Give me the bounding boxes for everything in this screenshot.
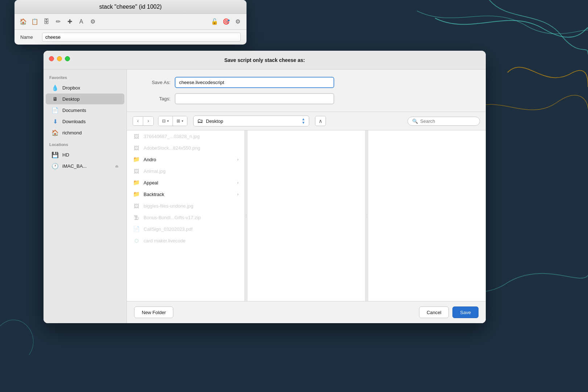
maximize-button[interactable]: [65, 56, 70, 61]
file-name: Appeal: [144, 180, 233, 185]
columns-view-button[interactable]: ⊟ ▾: [158, 116, 173, 126]
grid-dropdown-icon: ▾: [182, 119, 183, 123]
folder-icon: 📁: [133, 179, 140, 186]
file-name: Backtrack: [144, 192, 233, 197]
search-input[interactable]: [420, 118, 481, 124]
image-file-icon: 🖼: [133, 167, 140, 175]
tags-label: Tags:: [141, 96, 170, 101]
list-item[interactable]: 🗜 Bonus-Bundl...Gifts-v17.zip: [127, 212, 244, 223]
file-name: Bonus-Bundl...Gifts-v17.zip: [144, 215, 239, 220]
save-as-input[interactable]: [175, 77, 334, 88]
column-divider-2[interactable]: ⋮: [365, 130, 368, 301]
search-icon: 🔍: [412, 118, 418, 124]
nav-buttons: ‹ ›: [133, 116, 154, 126]
sidebar-item-desktop[interactable]: 🖥 Desktop: [46, 93, 124, 104]
dropbox-icon: 💧: [51, 84, 59, 91]
action-buttons: Cancel Save: [419, 306, 479, 318]
cancel-button[interactable]: Cancel: [419, 306, 449, 318]
locations-label: Locations: [44, 142, 127, 149]
settings2-icon: ⚙: [233, 17, 242, 26]
sidebar-item-hd-label: HD: [62, 152, 69, 158]
tags-row: Tags:: [141, 93, 471, 104]
name-row: Name cheese: [15, 30, 247, 45]
chevron-right-icon: ›: [237, 192, 239, 196]
livecode-file-icon: ⬡: [133, 237, 140, 244]
save-dialog: Save script only stack cheese as: Favori…: [44, 51, 486, 323]
folder-icon: 📁: [133, 191, 140, 198]
sidebar-item-hd[interactable]: 💾 HD: [46, 149, 124, 160]
file-list-container: 🖼 376640687_...03828_n.jpg 🖼 AdobeStock.…: [127, 130, 486, 301]
gear-icon: ⚙: [88, 17, 97, 26]
sidebar-item-documents-label: Documents: [62, 108, 86, 113]
desktop-icon: 🖥: [51, 95, 59, 103]
pencil-icon: ✏: [54, 17, 62, 26]
sidebar-item-dropbox[interactable]: 💧 Dropbox: [46, 82, 124, 93]
sidebar: Favorites 💧 Dropbox 🖥 Desktop 📄 Document…: [44, 70, 127, 323]
file-name: AdobeStock...824x550.png: [144, 145, 239, 151]
list-item[interactable]: 🖼 AdobeStock...824x550.png: [127, 142, 244, 154]
column-divider[interactable]: ⋮: [245, 130, 248, 301]
background-window: stack "cheese" (id 1002) 🏠 📋 🗄 ✏ ✚ A ⚙ 🔓…: [15, 0, 247, 45]
search-box: 🔍: [407, 117, 480, 126]
location-picker[interactable]: 🗂 Desktop ▲ ▼: [193, 116, 309, 126]
favorites-label: Favorites: [44, 75, 127, 82]
list-item[interactable]: 📁 Backtrack ›: [127, 188, 244, 200]
file-name: Animal.jpg: [144, 168, 239, 174]
zip-file-icon: 🗜: [133, 214, 140, 221]
sidebar-item-imac[interactable]: 🕐 iMAC_BA... ⏏: [46, 160, 124, 171]
chevron-right-icon: ›: [237, 157, 239, 162]
folder-icon: 📁: [133, 156, 140, 163]
file-name: card maker.livecode: [144, 238, 239, 243]
new-folder-button[interactable]: New Folder: [134, 306, 173, 318]
pdf-file-icon: 📄: [133, 225, 140, 233]
file-name: Andro: [144, 157, 233, 162]
save-as-label: Save As:: [141, 80, 170, 85]
bg-window-title: stack "cheese" (id 1002): [99, 4, 162, 10]
main-panel: Save As: Tags: ‹ › ⊟ ▾: [127, 70, 486, 323]
sidebar-item-richmond-label: richmond: [62, 130, 82, 135]
view-mode-buttons: ⊟ ▾ ⊞ ▾: [158, 116, 187, 126]
backup-icon: 🕐: [51, 162, 59, 170]
list-item[interactable]: ⬡ card maker.livecode: [127, 235, 244, 246]
copy-icon: 📋: [30, 17, 39, 26]
list-item[interactable]: 🖼 biggles-flies-undone.jpg: [127, 200, 244, 212]
tags-input[interactable]: [175, 93, 334, 104]
back-button[interactable]: ‹: [133, 117, 143, 125]
sidebar-item-imac-label: iMAC_BA...: [62, 163, 87, 169]
sidebar-item-downloads[interactable]: ⬇ Downloads: [46, 116, 124, 127]
downloads-icon: ⬇: [51, 118, 59, 125]
minimize-button[interactable]: [57, 56, 62, 61]
image-file-icon: 🖼: [133, 202, 140, 209]
file-name: CallSign_03202023.pdf: [144, 226, 239, 232]
list-item[interactable]: 📄 CallSign_03202023.pdf: [127, 223, 244, 235]
sidebar-item-documents[interactable]: 📄 Documents: [46, 105, 124, 116]
file-name: 376640687_...03828_n.jpg: [144, 134, 239, 139]
form-area: Save As: Tags:: [127, 70, 486, 112]
eject-icon[interactable]: ⏏: [115, 164, 119, 168]
sidebar-item-downloads-label: Downloads: [62, 119, 86, 124]
save-as-row: Save As:: [141, 77, 471, 88]
location-folder-icon: 🗂: [197, 118, 203, 124]
bg-window-toolbar: 🏠 📋 🗄 ✏ ✚ A ⚙ 🔓 🎯 ⚙: [15, 14, 247, 30]
list-item[interactable]: 📁 Appeal ›: [127, 177, 244, 188]
dialog-title: Save script only stack cheese as:: [224, 57, 305, 63]
documents-icon: 📄: [51, 107, 59, 114]
columns-dropdown-icon: ▾: [167, 119, 169, 123]
name-input[interactable]: cheese: [42, 33, 241, 42]
list-item[interactable]: 📁 Andro ›: [127, 154, 244, 165]
home2-icon: 🏠: [51, 129, 59, 136]
grid-view-button[interactable]: ⊞ ▾: [173, 116, 187, 126]
expand-button[interactable]: ∧: [315, 116, 326, 126]
lock-icon: 🔓: [210, 17, 219, 26]
list-item[interactable]: 🖼 Animal.jpg: [127, 165, 244, 177]
sidebar-item-richmond[interactable]: 🏠 richmond: [46, 127, 124, 138]
list-item[interactable]: 🖼 376640687_...03828_n.jpg: [127, 130, 244, 142]
location-arrows: ▲ ▼: [302, 117, 305, 125]
forward-button[interactable]: ›: [143, 117, 153, 125]
save-button[interactable]: Save: [452, 306, 479, 318]
file-name: biggles-flies-undone.jpg: [144, 203, 239, 209]
image-file-icon: 🖼: [133, 144, 140, 151]
layers-icon: 🗄: [42, 17, 51, 26]
file-column-tertiary: [368, 130, 486, 301]
close-button[interactable]: [49, 56, 54, 61]
